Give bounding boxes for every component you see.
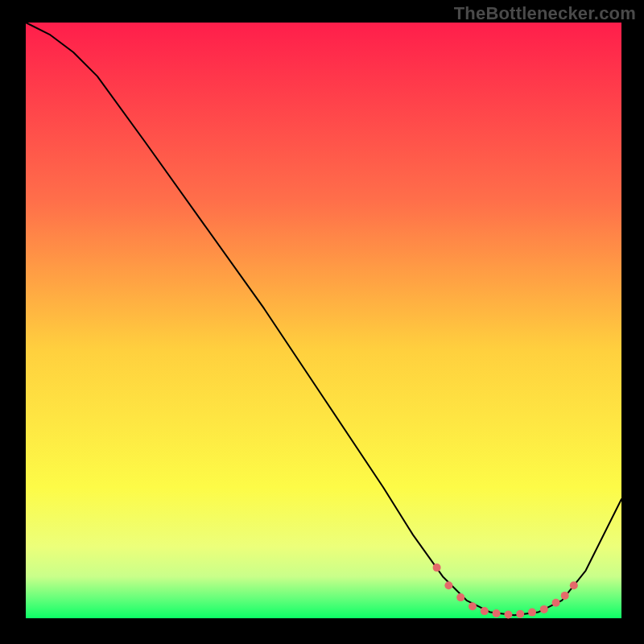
marker-point (540, 605, 548, 613)
chart-container: TheBottlenecker.com (0, 0, 644, 644)
marker-point (504, 611, 512, 619)
marker-point (552, 599, 560, 607)
marker-point (570, 581, 578, 589)
marker-point (433, 564, 441, 572)
marker-point (481, 607, 489, 615)
marker-point (561, 592, 569, 600)
marker-point (493, 609, 501, 617)
marker-point (456, 593, 464, 601)
bottleneck-chart (0, 0, 644, 644)
watermark-text: TheBottlenecker.com (454, 3, 636, 24)
marker-point (528, 609, 536, 617)
plot-background (26, 23, 621, 618)
marker-point (444, 581, 452, 589)
marker-point (516, 610, 524, 618)
marker-point (469, 602, 477, 610)
